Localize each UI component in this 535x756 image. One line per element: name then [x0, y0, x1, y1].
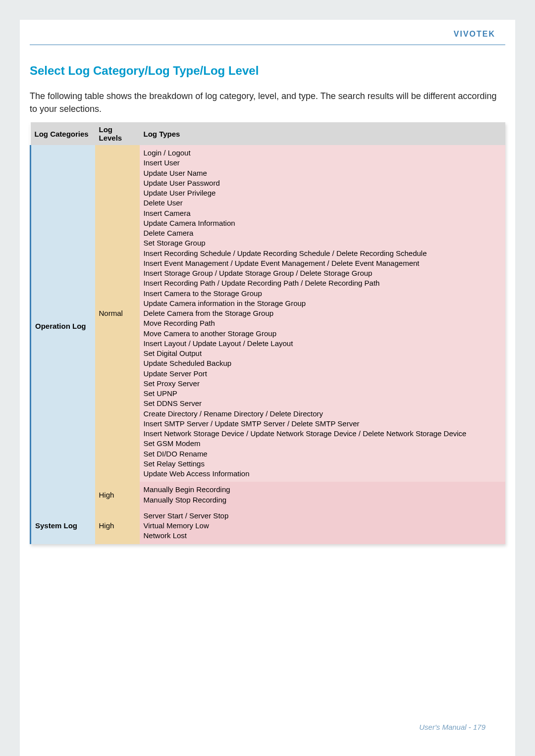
types-cell: Manually Begin RecordingManually Stop Re… — [140, 482, 506, 508]
log-table: Log Categories Log Levels Log Types Oper… — [30, 122, 505, 544]
level-cell: Normal — [95, 145, 140, 482]
page-footer: User's Manual - 179 — [419, 723, 485, 731]
col-header-categories: Log Categories — [31, 122, 95, 145]
level-cell: High — [95, 482, 140, 508]
level-cell: High — [95, 508, 140, 544]
brand-header: VIVOTEK — [30, 20, 505, 45]
intro-text: The following table shows the breakdown … — [30, 90, 505, 115]
col-header-types: Log Types — [140, 122, 506, 145]
types-cell: Server Start / Server StopVirtual Memory… — [140, 508, 506, 544]
types-cell: Login / LogoutInsert UserUpdate User Nam… — [140, 145, 506, 482]
category-system-log: System Log — [31, 508, 95, 544]
section-title: Select Log Category/Log Type/Log Level — [30, 64, 505, 78]
col-header-levels: Log Levels — [95, 122, 140, 145]
category-operation-log: Operation Log — [31, 145, 95, 508]
